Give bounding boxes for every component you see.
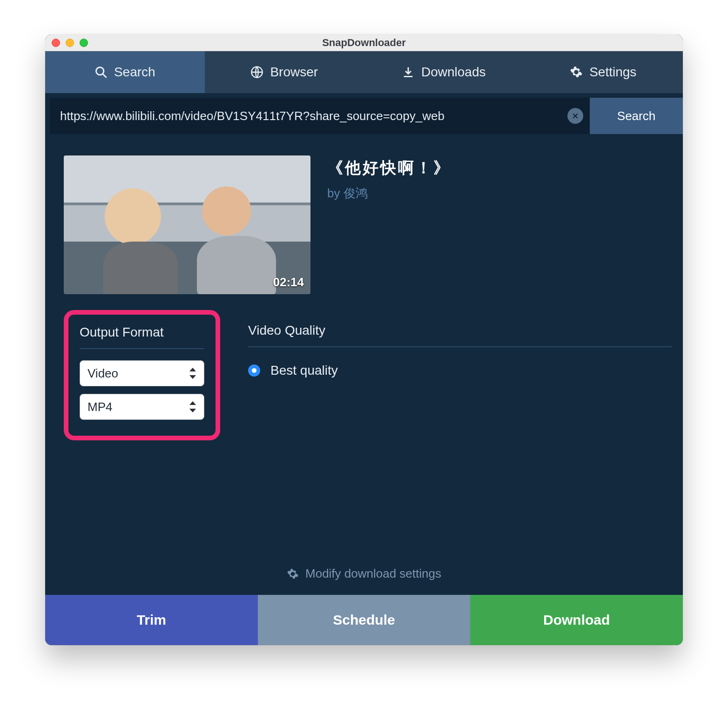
video-thumbnail[interactable]: 02:14 — [64, 155, 310, 294]
schedule-label: Schedule — [333, 612, 395, 628]
divider — [248, 346, 672, 347]
svg-point-0 — [96, 67, 103, 75]
select-group: Video MP4 — [80, 360, 204, 420]
format-type-select[interactable]: Video — [80, 360, 204, 386]
url-row: Search — [45, 93, 683, 139]
close-window-button[interactable] — [52, 39, 60, 47]
tab-browser[interactable]: Browser — [205, 51, 364, 93]
trim-label: Trim — [137, 612, 166, 628]
download-icon — [402, 66, 415, 79]
clear-url-button[interactable] — [567, 108, 583, 124]
tab-downloads-label: Downloads — [421, 65, 486, 80]
chevron-updown-icon — [188, 367, 196, 380]
video-quality-section: Video Quality Best quality — [248, 310, 672, 378]
tab-search[interactable]: Search — [45, 51, 205, 93]
download-button[interactable]: Download — [470, 595, 683, 645]
video-author: 俊鸿 — [344, 186, 368, 200]
search-button-label: Search — [617, 109, 655, 123]
tab-settings[interactable]: Settings — [524, 51, 683, 93]
tab-browser-label: Browser — [270, 65, 318, 80]
url-box — [50, 98, 590, 134]
quality-best-label: Best quality — [270, 363, 338, 378]
titlebar: SnapDownloader — [45, 34, 683, 51]
format-container-value: MP4 — [88, 400, 112, 414]
trim-button[interactable]: Trim — [45, 595, 258, 645]
video-metadata: 《他好快啊！》 by 俊鸿 — [327, 155, 451, 294]
search-button[interactable]: Search — [590, 98, 683, 134]
main-tabs: Search Browser Downloads Settings — [45, 51, 683, 93]
gear-icon — [570, 66, 583, 79]
app-window: SnapDownloader Search Browser Downloads … — [45, 34, 683, 645]
video-quality-title: Video Quality — [248, 323, 672, 338]
output-format-title: Output Format — [80, 325, 204, 340]
options-row: Output Format Video MP4 Vide — [64, 310, 664, 440]
search-icon — [94, 66, 108, 79]
tab-settings-label: Settings — [589, 65, 636, 80]
chevron-updown-icon — [188, 400, 196, 413]
tab-search-label: Search — [114, 65, 155, 80]
download-label: Download — [543, 612, 610, 628]
quality-option-best[interactable]: Best quality — [248, 363, 672, 378]
divider — [80, 348, 204, 349]
window-title: SnapDownloader — [322, 37, 406, 49]
video-duration: 02:14 — [273, 275, 304, 290]
action-bar: Trim Schedule Download — [45, 595, 683, 645]
window-controls — [52, 39, 88, 47]
radio-selected-icon — [248, 364, 260, 377]
minimize-window-button[interactable] — [66, 39, 74, 47]
globe-icon — [250, 66, 263, 79]
format-container-select[interactable]: MP4 — [80, 394, 204, 420]
url-input[interactable] — [60, 109, 567, 123]
video-byline: by 俊鸿 — [327, 185, 451, 202]
output-format-section: Output Format Video MP4 — [64, 310, 220, 440]
video-title: 《他好快啊！》 — [327, 157, 451, 179]
by-prefix: by — [327, 186, 344, 200]
svg-line-1 — [102, 74, 106, 78]
modify-settings-label: Modify download settings — [305, 566, 441, 581]
video-row: 02:14 《他好快啊！》 by 俊鸿 — [64, 155, 664, 294]
format-type-value: Video — [88, 366, 118, 381]
gear-icon — [287, 568, 299, 580]
schedule-button[interactable]: Schedule — [258, 595, 471, 645]
modify-download-settings[interactable]: Modify download settings — [45, 566, 683, 581]
maximize-window-button[interactable] — [80, 39, 88, 47]
close-icon — [572, 112, 579, 120]
content-area: 02:14 《他好快啊！》 by 俊鸿 Output Format Video — [45, 139, 683, 595]
tab-downloads[interactable]: Downloads — [364, 51, 524, 93]
